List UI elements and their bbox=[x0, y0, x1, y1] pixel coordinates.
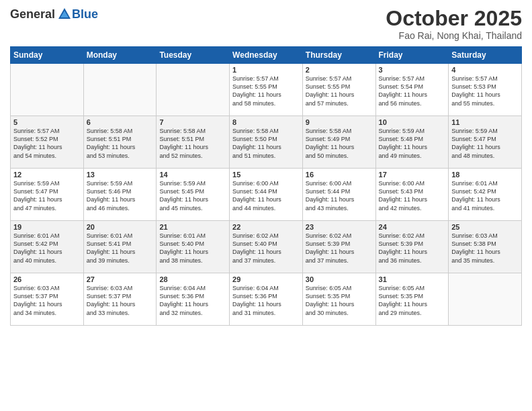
calendar-cell: 1Sunrise: 5:57 AMSunset: 5:55 PMDaylight… bbox=[230, 64, 303, 116]
calendar-cell bbox=[157, 64, 230, 116]
calendar-cell: 7Sunrise: 5:58 AMSunset: 5:51 PMDaylight… bbox=[157, 116, 230, 169]
calendar-cell: 30Sunrise: 6:05 AMSunset: 5:35 PMDayligh… bbox=[302, 273, 375, 326]
day-number: 9 bbox=[306, 118, 373, 126]
cell-details: Sunrise: 5:57 AMSunset: 5:55 PMDaylight:… bbox=[232, 75, 300, 107]
cell-details: Sunrise: 5:59 AMSunset: 5:48 PMDaylight:… bbox=[379, 127, 446, 160]
weekday-header-sunday: Sunday bbox=[11, 47, 84, 64]
cell-details: Sunrise: 5:57 AMSunset: 5:52 PMDaylight:… bbox=[13, 127, 81, 160]
day-number: 11 bbox=[451, 118, 519, 126]
cell-details: Sunrise: 6:02 AMSunset: 5:40 PMDaylight:… bbox=[232, 232, 300, 265]
cell-details: Sunrise: 5:59 AMSunset: 5:47 PMDaylight:… bbox=[451, 127, 519, 160]
cell-details: Sunrise: 6:03 AMSunset: 5:37 PMDaylight:… bbox=[87, 284, 154, 317]
calendar-cell: 31Sunrise: 6:05 AMSunset: 5:35 PMDayligh… bbox=[375, 273, 449, 326]
calendar-cell: 24Sunrise: 6:02 AMSunset: 5:39 PMDayligh… bbox=[375, 221, 449, 273]
calendar-cell: 29Sunrise: 6:04 AMSunset: 5:36 PMDayligh… bbox=[230, 273, 303, 326]
location-title: Fao Rai, Nong Khai, Thailand bbox=[386, 30, 522, 41]
cell-details: Sunrise: 6:04 AMSunset: 5:36 PMDaylight:… bbox=[159, 284, 226, 317]
logo-blue-text: Blue bbox=[72, 7, 98, 21]
cell-details: Sunrise: 6:01 AMSunset: 5:40 PMDaylight:… bbox=[159, 232, 226, 265]
day-number: 22 bbox=[232, 223, 300, 231]
cell-details: Sunrise: 5:58 AMSunset: 5:51 PMDaylight:… bbox=[87, 127, 154, 160]
day-number: 10 bbox=[379, 118, 446, 126]
page: General Blue October 2025 Fao Rai, Nong … bbox=[0, 0, 532, 411]
cell-details: Sunrise: 5:59 AMSunset: 5:45 PMDaylight:… bbox=[159, 179, 226, 212]
calendar-cell: 22Sunrise: 6:02 AMSunset: 5:40 PMDayligh… bbox=[230, 221, 303, 273]
calendar-cell: 9Sunrise: 5:58 AMSunset: 5:49 PMDaylight… bbox=[302, 116, 375, 169]
day-number: 23 bbox=[306, 223, 373, 231]
cell-details: Sunrise: 6:00 AMSunset: 5:44 PMDaylight:… bbox=[232, 179, 300, 212]
day-number: 19 bbox=[13, 223, 81, 231]
cell-details: Sunrise: 6:01 AMSunset: 5:41 PMDaylight:… bbox=[87, 232, 154, 265]
day-number: 3 bbox=[379, 66, 446, 74]
weekday-header-thursday: Thursday bbox=[302, 47, 375, 64]
day-number: 12 bbox=[13, 171, 81, 179]
day-number: 25 bbox=[451, 223, 519, 231]
weekday-header-row: SundayMondayTuesdayWednesdayThursdayFrid… bbox=[11, 47, 522, 64]
calendar-week-row: 5Sunrise: 5:57 AMSunset: 5:52 PMDaylight… bbox=[11, 116, 522, 169]
cell-details: Sunrise: 5:57 AMSunset: 5:55 PMDaylight:… bbox=[306, 75, 373, 107]
day-number: 29 bbox=[232, 275, 300, 283]
calendar-cell bbox=[11, 64, 84, 116]
calendar-cell: 28Sunrise: 6:04 AMSunset: 5:36 PMDayligh… bbox=[157, 273, 230, 326]
day-number: 26 bbox=[13, 275, 81, 283]
logo-icon bbox=[57, 7, 72, 21]
cell-details: Sunrise: 6:00 AMSunset: 5:44 PMDaylight:… bbox=[306, 179, 373, 212]
calendar-cell: 2Sunrise: 5:57 AMSunset: 5:55 PMDaylight… bbox=[302, 64, 375, 116]
calendar-cell: 4Sunrise: 5:57 AMSunset: 5:53 PMDaylight… bbox=[449, 64, 522, 116]
weekday-header-friday: Friday bbox=[375, 47, 449, 64]
cell-details: Sunrise: 6:05 AMSunset: 5:35 PMDaylight:… bbox=[306, 284, 373, 317]
calendar-week-row: 1Sunrise: 5:57 AMSunset: 5:55 PMDaylight… bbox=[11, 64, 522, 116]
day-number: 24 bbox=[379, 223, 446, 231]
calendar-cell: 19Sunrise: 6:01 AMSunset: 5:42 PMDayligh… bbox=[11, 221, 84, 273]
cell-details: Sunrise: 5:57 AMSunset: 5:53 PMDaylight:… bbox=[451, 75, 519, 107]
cell-details: Sunrise: 6:03 AMSunset: 5:37 PMDaylight:… bbox=[13, 284, 81, 317]
cell-details: Sunrise: 5:57 AMSunset: 5:54 PMDaylight:… bbox=[379, 75, 446, 107]
calendar-cell: 17Sunrise: 6:00 AMSunset: 5:43 PMDayligh… bbox=[375, 169, 449, 221]
cell-details: Sunrise: 6:03 AMSunset: 5:38 PMDaylight:… bbox=[451, 232, 519, 265]
logo-general-text: General bbox=[10, 7, 55, 21]
cell-details: Sunrise: 5:58 AMSunset: 5:50 PMDaylight:… bbox=[232, 127, 300, 160]
cell-details: Sunrise: 6:00 AMSunset: 5:43 PMDaylight:… bbox=[379, 179, 446, 212]
cell-details: Sunrise: 5:59 AMSunset: 5:47 PMDaylight:… bbox=[13, 179, 81, 212]
cell-details: Sunrise: 5:59 AMSunset: 5:46 PMDaylight:… bbox=[87, 179, 154, 212]
calendar-cell: 23Sunrise: 6:02 AMSunset: 5:39 PMDayligh… bbox=[302, 221, 375, 273]
day-number: 18 bbox=[451, 171, 519, 179]
calendar-cell: 21Sunrise: 6:01 AMSunset: 5:40 PMDayligh… bbox=[157, 221, 230, 273]
calendar-cell: 20Sunrise: 6:01 AMSunset: 5:41 PMDayligh… bbox=[83, 221, 157, 273]
day-number: 21 bbox=[159, 223, 226, 231]
day-number: 5 bbox=[13, 118, 81, 126]
day-number: 31 bbox=[379, 275, 446, 283]
calendar-cell: 13Sunrise: 5:59 AMSunset: 5:46 PMDayligh… bbox=[83, 169, 157, 221]
day-number: 4 bbox=[451, 66, 519, 74]
day-number: 28 bbox=[159, 275, 226, 283]
calendar-cell: 6Sunrise: 5:58 AMSunset: 5:51 PMDaylight… bbox=[83, 116, 157, 169]
calendar-cell: 14Sunrise: 5:59 AMSunset: 5:45 PMDayligh… bbox=[157, 169, 230, 221]
calendar-cell bbox=[83, 64, 157, 116]
day-number: 2 bbox=[306, 66, 373, 74]
calendar-cell: 15Sunrise: 6:00 AMSunset: 5:44 PMDayligh… bbox=[230, 169, 303, 221]
calendar-cell: 25Sunrise: 6:03 AMSunset: 5:38 PMDayligh… bbox=[449, 221, 522, 273]
day-number: 15 bbox=[232, 171, 300, 179]
cell-details: Sunrise: 6:02 AMSunset: 5:39 PMDaylight:… bbox=[306, 232, 373, 265]
calendar-cell: 8Sunrise: 5:58 AMSunset: 5:50 PMDaylight… bbox=[230, 116, 303, 169]
title-area: October 2025 Fao Rai, Nong Khai, Thailan… bbox=[386, 7, 522, 41]
weekday-header-wednesday: Wednesday bbox=[230, 47, 303, 64]
weekday-header-tuesday: Tuesday bbox=[157, 47, 230, 64]
calendar-week-row: 12Sunrise: 5:59 AMSunset: 5:47 PMDayligh… bbox=[11, 169, 522, 221]
calendar-cell: 16Sunrise: 6:00 AMSunset: 5:44 PMDayligh… bbox=[302, 169, 375, 221]
calendar-cell: 12Sunrise: 5:59 AMSunset: 5:47 PMDayligh… bbox=[11, 169, 84, 221]
calendar-table: SundayMondayTuesdayWednesdayThursdayFrid… bbox=[10, 46, 522, 326]
day-number: 16 bbox=[306, 171, 373, 179]
day-number: 17 bbox=[379, 171, 446, 179]
calendar-cell: 10Sunrise: 5:59 AMSunset: 5:48 PMDayligh… bbox=[375, 116, 449, 169]
cell-details: Sunrise: 6:02 AMSunset: 5:39 PMDaylight:… bbox=[379, 232, 446, 265]
calendar-cell bbox=[449, 273, 522, 326]
calendar-cell: 27Sunrise: 6:03 AMSunset: 5:37 PMDayligh… bbox=[83, 273, 157, 326]
cell-details: Sunrise: 5:58 AMSunset: 5:51 PMDaylight:… bbox=[159, 127, 226, 160]
calendar-cell: 5Sunrise: 5:57 AMSunset: 5:52 PMDaylight… bbox=[11, 116, 84, 169]
cell-details: Sunrise: 5:58 AMSunset: 5:49 PMDaylight:… bbox=[306, 127, 373, 160]
calendar-cell: 11Sunrise: 5:59 AMSunset: 5:47 PMDayligh… bbox=[449, 116, 522, 169]
cell-details: Sunrise: 6:01 AMSunset: 5:42 PMDaylight:… bbox=[451, 179, 519, 212]
calendar-cell: 3Sunrise: 5:57 AMSunset: 5:54 PMDaylight… bbox=[375, 64, 449, 116]
day-number: 13 bbox=[87, 171, 154, 179]
